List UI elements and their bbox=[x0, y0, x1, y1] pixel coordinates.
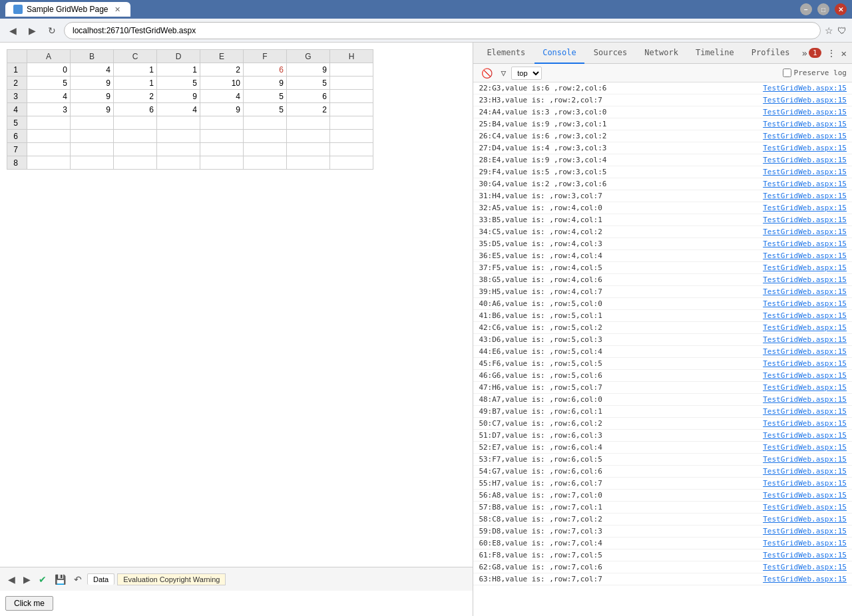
console-source-link[interactable]: TestGridWeb.aspx:15 bbox=[763, 287, 847, 296]
check-button[interactable]: ✔ bbox=[36, 573, 49, 586]
table-cell[interactable]: 2 bbox=[287, 103, 330, 116]
table-cell[interactable]: 6 bbox=[287, 90, 330, 103]
console-source-link[interactable]: TestGridWeb.aspx:15 bbox=[763, 491, 847, 500]
table-cell[interactable] bbox=[27, 116, 71, 130]
table-cell[interactable] bbox=[244, 156, 287, 170]
console-source-link[interactable]: TestGridWeb.aspx:15 bbox=[763, 527, 847, 536]
console-source-link[interactable]: TestGridWeb.aspx:15 bbox=[763, 263, 847, 272]
table-cell[interactable] bbox=[287, 156, 330, 170]
devtools-close-icon[interactable]: ✕ bbox=[841, 48, 847, 59]
table-cell[interactable]: 2 bbox=[200, 63, 244, 77]
table-cell[interactable]: 1 bbox=[114, 63, 157, 77]
table-cell[interactable]: 2 bbox=[114, 90, 157, 103]
tab-network[interactable]: Network bbox=[636, 43, 686, 64]
table-cell[interactable] bbox=[330, 90, 373, 103]
table-cell[interactable] bbox=[114, 130, 157, 143]
table-cell[interactable] bbox=[287, 143, 330, 156]
shield-icon[interactable]: 🛡 bbox=[837, 25, 847, 36]
console-source-link[interactable]: TestGridWeb.aspx:15 bbox=[763, 204, 847, 212]
console-source-link[interactable]: TestGridWeb.aspx:15 bbox=[763, 228, 847, 236]
tab-profiles[interactable]: Profiles bbox=[744, 43, 798, 64]
console-source-link[interactable]: TestGridWeb.aspx:15 bbox=[763, 443, 847, 452]
tab-console[interactable]: Console bbox=[534, 43, 584, 64]
console-source-link[interactable]: TestGridWeb.aspx:15 bbox=[763, 335, 847, 344]
tab-timeline[interactable]: Timeline bbox=[688, 43, 742, 64]
console-source-link[interactable]: TestGridWeb.aspx:15 bbox=[763, 359, 847, 368]
console-source-link[interactable]: TestGridWeb.aspx:15 bbox=[763, 551, 847, 559]
table-cell[interactable] bbox=[157, 130, 200, 143]
table-cell[interactable] bbox=[287, 116, 330, 130]
console-source-link[interactable]: TestGridWeb.aspx:15 bbox=[763, 108, 847, 116]
save-button[interactable]: 💾 bbox=[52, 573, 69, 586]
table-cell[interactable] bbox=[244, 130, 287, 143]
table-cell[interactable] bbox=[200, 116, 244, 130]
console-source-link[interactable]: TestGridWeb.aspx:15 bbox=[763, 503, 847, 512]
context-select[interactable]: top bbox=[511, 67, 542, 80]
table-cell[interactable] bbox=[200, 130, 244, 143]
console-source-link[interactable]: TestGridWeb.aspx:15 bbox=[763, 192, 847, 200]
undo-button[interactable]: ↶ bbox=[71, 573, 85, 586]
table-cell[interactable] bbox=[330, 143, 373, 156]
console-source-link[interactable]: TestGridWeb.aspx:15 bbox=[763, 216, 847, 224]
console-source-link[interactable]: TestGridWeb.aspx:15 bbox=[763, 299, 847, 308]
more-tabs-icon[interactable]: » bbox=[802, 48, 807, 59]
table-cell[interactable] bbox=[157, 143, 200, 156]
console-source-link[interactable]: TestGridWeb.aspx:15 bbox=[763, 383, 847, 392]
console-source-link[interactable]: TestGridWeb.aspx:15 bbox=[763, 156, 847, 164]
table-cell[interactable] bbox=[330, 116, 373, 130]
close-button[interactable]: ✕ bbox=[835, 3, 847, 15]
console-source-link[interactable]: TestGridWeb.aspx:15 bbox=[763, 144, 847, 152]
console-source-link[interactable]: TestGridWeb.aspx:15 bbox=[763, 84, 847, 92]
table-cell[interactable] bbox=[200, 156, 244, 170]
table-cell[interactable] bbox=[114, 156, 157, 170]
table-cell[interactable]: 9 bbox=[71, 103, 114, 116]
table-cell[interactable]: 9 bbox=[71, 77, 114, 90]
table-cell[interactable]: 3 bbox=[27, 103, 71, 116]
table-cell[interactable] bbox=[27, 143, 71, 156]
bookmark-icon[interactable]: ☆ bbox=[825, 25, 833, 36]
console-source-link[interactable]: TestGridWeb.aspx:15 bbox=[763, 467, 847, 476]
data-tab-button[interactable]: Data bbox=[87, 573, 114, 585]
table-cell[interactable]: 0 bbox=[27, 63, 71, 77]
tab-close-btn[interactable]: ✕ bbox=[112, 5, 122, 15]
table-cell[interactable] bbox=[200, 143, 244, 156]
table-cell[interactable]: 4 bbox=[200, 90, 244, 103]
table-cell[interactable]: 10 bbox=[200, 77, 244, 90]
table-cell[interactable] bbox=[71, 116, 114, 130]
table-cell[interactable] bbox=[27, 156, 71, 170]
click-me-button[interactable]: Click me bbox=[5, 596, 53, 611]
next-button[interactable]: ▶ bbox=[21, 573, 33, 586]
back-button[interactable]: ◀ bbox=[5, 24, 21, 37]
console-source-link[interactable]: TestGridWeb.aspx:15 bbox=[763, 419, 847, 428]
console-source-link[interactable]: TestGridWeb.aspx:15 bbox=[763, 395, 847, 404]
tab-elements[interactable]: Elements bbox=[479, 43, 533, 64]
console-source-link[interactable]: TestGridWeb.aspx:15 bbox=[763, 311, 847, 320]
table-cell[interactable]: 6 bbox=[114, 103, 157, 116]
console-source-link[interactable]: TestGridWeb.aspx:15 bbox=[763, 96, 847, 104]
devtools-menu-icon[interactable]: ⋮ bbox=[827, 48, 836, 59]
table-cell[interactable] bbox=[244, 116, 287, 130]
table-cell[interactable]: 5 bbox=[27, 77, 71, 90]
console-source-link[interactable]: TestGridWeb.aspx:15 bbox=[763, 132, 847, 140]
console-source-link[interactable]: TestGridWeb.aspx:15 bbox=[763, 323, 847, 332]
table-cell[interactable]: 5 bbox=[244, 90, 287, 103]
table-cell[interactable]: 9 bbox=[71, 90, 114, 103]
table-cell[interactable] bbox=[330, 77, 373, 90]
console-source-link[interactable]: TestGridWeb.aspx:15 bbox=[763, 563, 847, 571]
table-cell[interactable]: 5 bbox=[287, 77, 330, 90]
browser-tab[interactable]: Sample GridWeb Page ✕ bbox=[5, 2, 130, 17]
table-cell[interactable] bbox=[114, 143, 157, 156]
console-source-link[interactable]: TestGridWeb.aspx:15 bbox=[763, 120, 847, 128]
console-source-link[interactable]: TestGridWeb.aspx:15 bbox=[763, 407, 847, 416]
table-cell[interactable] bbox=[157, 116, 200, 130]
table-cell[interactable]: 1 bbox=[157, 63, 200, 77]
table-cell[interactable] bbox=[71, 156, 114, 170]
console-source-link[interactable]: TestGridWeb.aspx:15 bbox=[763, 575, 847, 583]
console-source-link[interactable]: TestGridWeb.aspx:15 bbox=[763, 168, 847, 176]
reload-button[interactable]: ↻ bbox=[44, 24, 60, 37]
console-source-link[interactable]: TestGridWeb.aspx:15 bbox=[763, 251, 847, 260]
table-cell[interactable]: 9 bbox=[287, 63, 330, 77]
console-source-link[interactable]: TestGridWeb.aspx:15 bbox=[763, 479, 847, 488]
table-cell[interactable]: 4 bbox=[71, 63, 114, 77]
forward-button[interactable]: ▶ bbox=[25, 24, 40, 37]
